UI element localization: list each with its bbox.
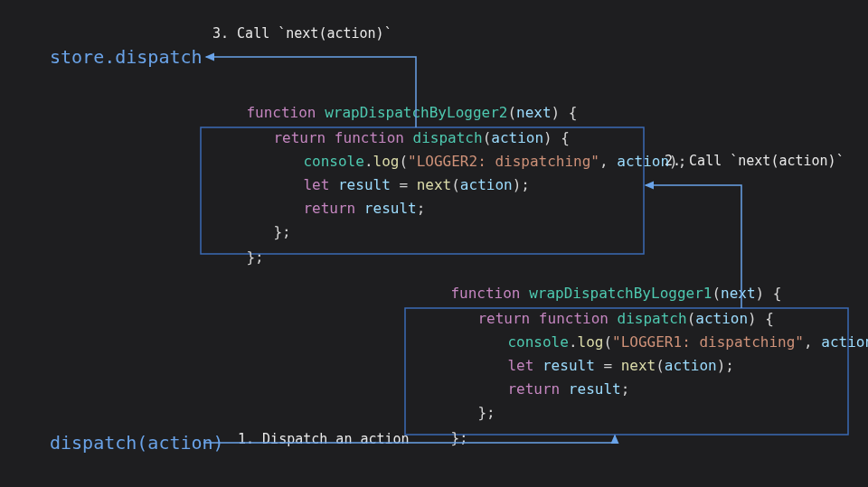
code-line: function wrapDispatchByLogger1(next) { [390,285,826,302]
code-line: console.log("LOGGER2: dispatching", acti… [242,153,730,170]
code-line: return function dispatch(action) { [417,310,817,327]
code-line: }; [212,223,335,240]
diagram-canvas: store.dispatch dispatch(action) 3. Call … [0,0,868,487]
code-line: return function dispatch(action) { [212,129,613,146]
code-line: function wrapDispatchByLogger2(next) { [185,104,621,121]
code-line: let result = next(action); [242,176,573,193]
label-dispatch-action: dispatch(action) [50,432,224,454]
code-line: }; [417,404,539,421]
label-store-dispatch: store.dispatch [50,46,203,68]
code-line: }; [390,429,512,446]
annotation-step1: 1. Dispatch an action [238,431,410,447]
code-line: }; [185,248,307,266]
code-block-logger1: function wrapDispatchByLogger1(next) { r… [390,285,868,446]
code-line: return result; [242,200,468,217]
annotation-step3: 3. Call `next(action)` [212,25,392,42]
code-line: return result; [447,380,673,398]
code-line: console.log("LOGGER1: dispatching", acti… [447,333,868,351]
code-line: let result = next(action); [447,357,778,374]
